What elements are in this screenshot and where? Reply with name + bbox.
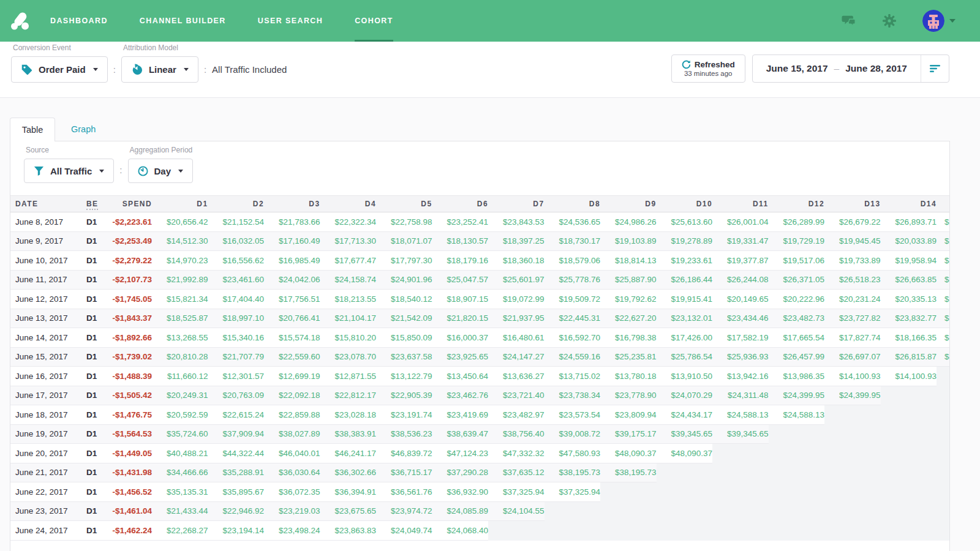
nav-item-user-search[interactable]: USER SEARCH <box>258 0 323 42</box>
caret-down-icon <box>99 170 104 173</box>
revenue-cell: $23,721.40 <box>488 391 545 400</box>
revenue-cell: $23,675.65 <box>320 506 377 515</box>
table-row[interactable]: June 20, 2017D1-$1,449.05$40,488.21$44,3… <box>10 444 949 463</box>
table-row[interactable]: June 17, 2017D1-$1,505.42$20,249.31$20,7… <box>10 386 949 406</box>
revenue-cell: $17,582.19 <box>712 333 769 342</box>
break-even-cell: D1 <box>81 506 104 515</box>
table-row[interactable]: June 9, 2017D1-$2,253.49$14,512.30$16,03… <box>10 232 949 252</box>
app-logo-icon[interactable] <box>9 10 32 32</box>
revenue-cell: $26,697.07 <box>824 352 881 361</box>
table-row[interactable]: June 22, 2017D1-$1,456.52$35,135.31$35,8… <box>10 482 949 502</box>
table-row[interactable]: June 16, 2017D1-$1,488.39$11,660.12$12,3… <box>10 367 949 386</box>
refresh-title: Refreshed <box>695 60 735 69</box>
sort-lines-icon <box>929 64 941 73</box>
table-row[interactable]: June 23, 2017D1-$1,461.04$21,433.44$22,9… <box>10 502 949 522</box>
revenue-cell: $38,195.73 <box>545 468 601 477</box>
spend-cell: -$1,431.98 <box>104 468 152 477</box>
revenue-cell: $15,850.09 <box>376 333 432 342</box>
date-options-button[interactable] <box>921 55 949 82</box>
revenue-cell: $19,377.87 <box>712 256 769 265</box>
caret-down-icon <box>93 68 98 71</box>
revenue-cell: $26,371.05 <box>769 275 825 284</box>
table-row[interactable]: June 12, 2017D1-$1,745.05$15,821.34$17,4… <box>10 290 949 309</box>
revenue-cell: $35,135.31 <box>152 487 208 497</box>
revenue-cell: $34,466.66 <box>152 468 208 477</box>
revenue-cell: $20,763.09 <box>208 391 265 400</box>
conversion-event-dropdown[interactable]: Order Paid <box>11 56 108 83</box>
revenue-cell: $16,556.62 <box>208 256 265 265</box>
revenue-cell: $13,780.18 <box>600 372 657 381</box>
aggregation-dropdown[interactable]: Day <box>128 159 194 183</box>
revenue-cell: $15,340.16 <box>208 333 265 342</box>
nav-item-channel-builder[interactable]: CHANNEL BUILDER <box>140 0 226 42</box>
caret-down-icon <box>184 68 189 71</box>
revenue-cell: $25,601.97 <box>488 275 545 284</box>
revenue-cell: $20,222.96 <box>769 294 825 304</box>
pie-chart-icon <box>131 64 143 75</box>
date-range-picker[interactable]: June 15, 2017 – June 28, 2017 <box>752 54 949 83</box>
revenue-cell: $22,445.31 <box>545 313 601 323</box>
column-header: D5 <box>376 200 432 208</box>
user-menu[interactable] <box>922 10 956 32</box>
spend-cell: -$1,505.42 <box>104 391 152 400</box>
revenue-cell: $24,158.74 <box>320 275 377 284</box>
table-row[interactable]: June 14, 2017D1-$1,892.66$13,268.55$15,3… <box>10 328 949 348</box>
empty-region <box>937 367 949 386</box>
revenue-cell: $23,434.46 <box>712 313 769 323</box>
revenue-cell: $23,498.24 <box>264 526 320 535</box>
chat-icon[interactable] <box>842 13 856 28</box>
table-row[interactable]: June 21, 2017D1-$1,431.98$34,466.66$35,2… <box>10 463 949 483</box>
revenue-cell: $13,268.55 <box>152 333 208 342</box>
revenue-cell: $23,637.58 <box>376 352 432 361</box>
revenue-cell: $18,166.35 <box>881 333 937 342</box>
spend-cell: -$1,564.53 <box>104 429 152 438</box>
table-row[interactable]: June 18, 2017D1-$1,476.75$20,592.59$22,6… <box>10 405 949 425</box>
avatar[interactable] <box>922 10 944 32</box>
clipped-revenue-cell: $2 <box>937 217 950 227</box>
column-header[interactable]: BE <box>81 200 104 208</box>
revenue-cell: $23,028.18 <box>320 410 377 419</box>
revenue-cell: $19,792.62 <box>600 294 657 304</box>
revenue-cell: $23,132.01 <box>657 313 713 323</box>
table-row[interactable]: June 19, 2017D1-$1,564.53$35,724.60$37,9… <box>10 425 949 444</box>
revenue-cell: $18,814.13 <box>600 256 657 265</box>
revenue-cell: $18,179.16 <box>432 256 489 265</box>
revenue-cell: $19,915.41 <box>657 294 713 304</box>
view-tabs: Table Graph <box>10 118 980 141</box>
revenue-cell: $23,925.65 <box>432 352 489 361</box>
revenue-cell: $21,433.44 <box>152 506 208 515</box>
refresh-button[interactable]: Refreshed 33 minutes ago <box>671 54 745 83</box>
break-even-cell: D1 <box>81 333 104 342</box>
table-row[interactable]: June 10, 2017D1-$2,279.22$14,970.23$16,5… <box>10 251 949 271</box>
source-label: Source <box>26 146 114 154</box>
break-even-cell: D1 <box>81 526 104 535</box>
nav-item-cohort[interactable]: COHORT <box>355 0 393 42</box>
revenue-cell: $38,536.23 <box>376 429 432 438</box>
tab-graph[interactable]: Graph <box>55 118 111 141</box>
revenue-cell: $18,907.15 <box>432 294 489 304</box>
column-header: DATE <box>10 200 81 208</box>
revenue-cell: $13,715.02 <box>545 372 601 381</box>
table-row[interactable]: June 11, 2017D1-$2,107.73$21,992.89$23,4… <box>10 271 949 290</box>
table-row[interactable]: June 8, 2017D1-$2,223.61$20,656.42$21,15… <box>10 212 949 232</box>
table-row[interactable]: June 24, 2017D1-$1,462.24$22,268.27$23,1… <box>10 521 949 541</box>
nav-item-dashboard[interactable]: DASHBOARD <box>50 0 108 42</box>
table-body: June 8, 2017D1-$2,223.61$20,656.42$21,15… <box>10 212 949 541</box>
separator-colon: : <box>204 64 206 75</box>
attribution-model-dropdown[interactable]: Linear <box>121 56 198 83</box>
spend-cell: -$1,456.52 <box>104 487 152 497</box>
revenue-cell: $25,613.60 <box>657 217 713 227</box>
tag-icon <box>21 64 32 75</box>
break-even-cell: D1 <box>81 487 104 497</box>
row-data-segment: June 22, 2017D1-$1,456.52$35,135.31$35,8… <box>10 482 600 502</box>
gear-icon[interactable] <box>882 13 897 28</box>
tab-table[interactable]: Table <box>10 118 55 141</box>
table-row[interactable]: June 15, 2017D1-$1,739.02$20,810.28$21,7… <box>10 348 949 367</box>
revenue-cell: $21,104.17 <box>320 313 377 323</box>
source-dropdown[interactable]: All Traffic <box>24 159 114 183</box>
spend-cell: -$1,462.24 <box>104 526 152 535</box>
revenue-cell: $21,992.89 <box>152 275 208 284</box>
revenue-cell: $18,213.55 <box>320 294 377 304</box>
table-row[interactable]: June 13, 2017D1-$1,843.37$18,525.87$18,9… <box>10 309 949 329</box>
revenue-cell: $11,660.12 <box>152 372 208 381</box>
